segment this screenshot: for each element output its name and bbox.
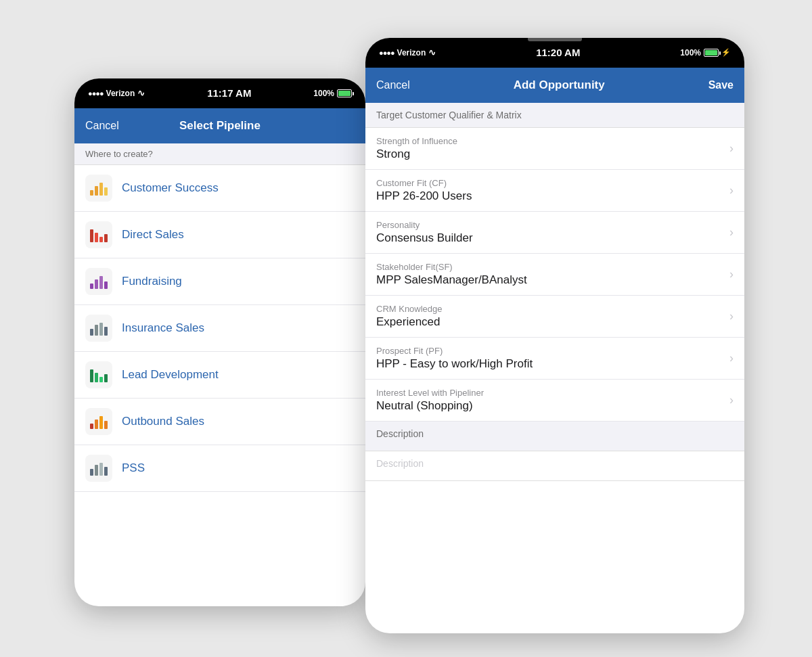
- chevron-icon: ›: [729, 183, 734, 198]
- list-item[interactable]: Prospect Fit (PF) HPP - Easy to work/Hig…: [365, 338, 744, 380]
- field-label: Prospect Fit (PF): [376, 346, 533, 356]
- pipeline-icon-insurance-sales: [85, 315, 112, 342]
- field-label: Strength of Influence: [376, 136, 457, 146]
- description-input[interactable]: Description: [365, 451, 744, 481]
- pipeline-name-lead-development: Lead Development: [122, 368, 219, 382]
- chevron-icon: ›: [729, 141, 734, 156]
- list-item[interactable]: Fundraising: [74, 258, 365, 305]
- right-time: 11:20 AM: [536, 47, 580, 58]
- pipeline-icon-direct-sales: [85, 221, 112, 248]
- list-item[interactable]: Direct Sales: [74, 212, 365, 258]
- right-wifi-icon: ∿: [428, 47, 436, 58]
- right-battery-pct: 100%: [680, 48, 701, 58]
- left-battery-area: 100%: [313, 89, 352, 98]
- left-nav-title: Select Pipeline: [179, 119, 261, 133]
- chevron-icon: ›: [729, 267, 734, 281]
- right-battery-area: 100% ⚡: [680, 48, 731, 58]
- right-signal-icon: ●●●●: [379, 49, 394, 57]
- field-label: CRM Knowledge: [376, 304, 443, 314]
- list-item[interactable]: Outbound Sales: [74, 399, 365, 445]
- field-stakeholder-fit: Stakeholder Fit(SF) MPP SalesManager/BAn…: [376, 262, 527, 287]
- left-battery-fill: [338, 91, 351, 96]
- pipeline-name-fundraising: Fundraising: [122, 275, 182, 288]
- chevron-icon: ›: [729, 351, 734, 365]
- right-status-bar: ●●●● Verizon ∿ 11:20 AM 100% ⚡: [365, 38, 744, 68]
- field-value: Strong: [376, 148, 457, 161]
- pipeline-icon-customer-success: [85, 175, 112, 202]
- field-customer-fit: Customer Fit (CF) HPP 26-200 Users: [376, 178, 472, 203]
- field-label: Personality: [376, 220, 473, 230]
- list-item[interactable]: CRM Knowledge Experienced ›: [365, 296, 744, 338]
- description-placeholder: Description: [376, 458, 424, 469]
- left-section-header-text: Where to create?: [85, 149, 153, 159]
- pipeline-name-direct-sales: Direct Sales: [122, 228, 184, 242]
- left-carrier: ●●●● Verizon ∿: [88, 88, 145, 98]
- phone-right: ●●●● Verizon ∿ 11:20 AM 100% ⚡ Cancel Ad…: [365, 38, 744, 633]
- right-save-button[interactable]: Save: [708, 79, 734, 91]
- left-section-header: Where to create?: [74, 143, 365, 165]
- left-battery-pct: 100%: [313, 89, 334, 98]
- left-nav-bar: Cancel Select Pipeline: [74, 108, 365, 143]
- right-nav-title: Add Opportunity: [514, 78, 605, 92]
- field-interest-level: Interest Level with Pipeliner Neutral (S…: [376, 388, 484, 413]
- list-item[interactable]: Stakeholder Fit(SF) MPP SalesManager/BAn…: [365, 254, 744, 296]
- left-time: 11:17 AM: [207, 87, 251, 99]
- pipeline-icon-fundraising: [85, 268, 112, 295]
- right-cancel-button[interactable]: Cancel: [376, 79, 410, 91]
- chevron-icon: ›: [729, 225, 734, 240]
- left-signal-icon: ●●●●: [88, 89, 104, 97]
- field-value: HPP - Easy to work/High Profit: [376, 357, 533, 371]
- field-label: Interest Level with Pipeliner: [376, 388, 484, 398]
- list-item[interactable]: PSS: [74, 445, 365, 492]
- right-charging-icon: ⚡: [721, 48, 731, 57]
- description-label: Description: [376, 428, 424, 439]
- description-header: Description: [365, 422, 744, 451]
- field-value: MPP SalesManager/BAnalyst: [376, 273, 527, 287]
- phone-top-notch: [528, 38, 582, 41]
- pipeline-icon-pss: [85, 455, 112, 482]
- right-nav-bar: Cancel Add Opportunity Save: [365, 68, 744, 103]
- left-carrier-text: Verizon: [106, 89, 135, 98]
- pipeline-list: Customer Success Direct Sales: [74, 165, 365, 492]
- pipeline-name-outbound-sales: Outbound Sales: [122, 415, 204, 428]
- right-section-header: Target Customer Qualifier & Matrix: [365, 103, 744, 128]
- right-battery-icon: [704, 49, 719, 57]
- pipeline-icon-outbound-sales: [85, 408, 112, 435]
- pipeline-name-insurance-sales: Insurance Sales: [122, 321, 204, 335]
- scene: ●●●● Verizon ∿ 11:17 AM 100% Cancel Sele…: [34, 24, 778, 633]
- left-status-bar: ●●●● Verizon ∿ 11:17 AM 100%: [74, 78, 365, 108]
- field-value: Neutral (Shopping): [376, 399, 484, 413]
- list-item[interactable]: Interest Level with Pipeliner Neutral (S…: [365, 380, 744, 422]
- right-section-header-text: Target Customer Qualifier & Matrix: [376, 110, 522, 120]
- pipeline-name-customer-success: Customer Success: [122, 181, 219, 195]
- field-label: Stakeholder Fit(SF): [376, 262, 527, 272]
- field-strength-influence: Strength of Influence Strong: [376, 136, 457, 161]
- left-battery-icon: [337, 89, 352, 97]
- field-label: Customer Fit (CF): [376, 178, 472, 188]
- pipeline-icon-lead-development: [85, 361, 112, 388]
- right-battery-fill: [705, 50, 717, 55]
- chevron-icon: ›: [729, 393, 734, 407]
- field-crm-knowledge: CRM Knowledge Experienced: [376, 304, 443, 329]
- list-item[interactable]: Personality Consensus Builder ›: [365, 212, 744, 254]
- field-prospect-fit: Prospect Fit (PF) HPP - Easy to work/Hig…: [376, 346, 533, 371]
- right-carrier-text: Verizon: [397, 48, 426, 58]
- field-personality: Personality Consensus Builder: [376, 220, 473, 245]
- list-item[interactable]: Customer Success: [74, 165, 365, 212]
- chevron-icon: ›: [729, 309, 734, 323]
- fields-list: Strength of Influence Strong › Customer …: [365, 128, 744, 422]
- left-cancel-button[interactable]: Cancel: [85, 120, 119, 132]
- pipeline-name-pss: PSS: [122, 461, 145, 475]
- list-item[interactable]: Lead Development: [74, 352, 365, 399]
- list-item[interactable]: Customer Fit (CF) HPP 26-200 Users ›: [365, 170, 744, 212]
- field-value: Consensus Builder: [376, 231, 473, 245]
- field-value: Experienced: [376, 315, 443, 329]
- list-item[interactable]: Strength of Influence Strong ›: [365, 128, 744, 170]
- field-value: HPP 26-200 Users: [376, 189, 472, 203]
- right-carrier: ●●●● Verizon ∿: [379, 47, 436, 58]
- phone-left: ●●●● Verizon ∿ 11:17 AM 100% Cancel Sele…: [74, 78, 365, 606]
- left-wifi-icon: ∿: [137, 88, 145, 98]
- list-item[interactable]: Insurance Sales: [74, 305, 365, 352]
